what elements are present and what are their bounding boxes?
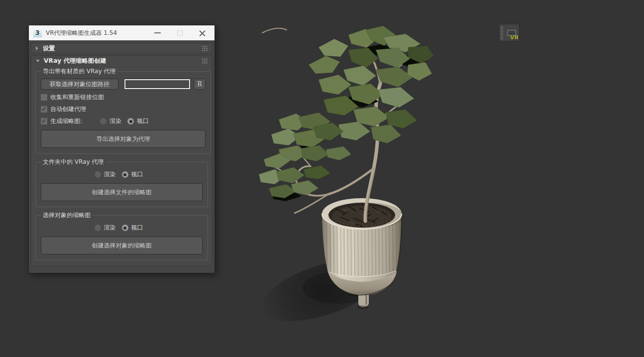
rollout-grip-icon[interactable] bbox=[202, 58, 208, 64]
folder-viewport-radio[interactable] bbox=[122, 171, 128, 178]
export-viewport-radio[interactable] bbox=[127, 118, 134, 124]
rollout-settings-title: 设置 bbox=[43, 44, 55, 53]
rollout-create-title: VRay 代理缩略图创建 bbox=[44, 57, 107, 65]
generate-thumb-checkbox[interactable] bbox=[41, 118, 47, 124]
collect-relink-label[interactable]: 收集和重新链接位图 bbox=[50, 93, 104, 102]
group-object-thumb-title: 选择对象的缩略图 bbox=[41, 211, 93, 220]
export-render-label[interactable]: 渲染 bbox=[109, 117, 121, 125]
bitmap-path-input[interactable] bbox=[124, 79, 190, 89]
dialog-client-area: 设置 VRay 代理缩略图创建 导出带有材质的 VRay 代理 获取选择对象位图… bbox=[29, 40, 215, 273]
reset-path-button[interactable]: R bbox=[194, 79, 206, 90]
plant-foliage bbox=[259, 26, 434, 201]
object-viewport-radio[interactable] bbox=[122, 225, 128, 231]
generate-thumb-label[interactable]: 生成缩略图: bbox=[50, 117, 82, 125]
minimize-button[interactable] bbox=[151, 27, 164, 38]
vr-proxy-tool-button[interactable]: VR bbox=[504, 25, 519, 40]
collect-relink-checkbox[interactable] bbox=[41, 94, 47, 101]
toolbar-drag-grip[interactable] bbox=[500, 26, 504, 40]
folder-render-radio[interactable] bbox=[95, 171, 101, 178]
object-render-radio[interactable] bbox=[95, 225, 101, 231]
close-icon bbox=[199, 30, 206, 36]
chevron-down-icon bbox=[36, 60, 40, 62]
auto-create-checkbox[interactable] bbox=[41, 106, 47, 113]
chevron-right-icon bbox=[36, 46, 38, 50]
group-export-proxy-title: 导出带有材质的 VRay 代理 bbox=[41, 67, 117, 76]
vr-proxy-thumbnail-dialog: 3 VR代理缩略图生成器 1.54 设置 VRay 代理缩略图创建 bbox=[28, 25, 215, 273]
maximize-button[interactable] bbox=[173, 27, 186, 38]
close-button[interactable] bbox=[196, 27, 209, 38]
group-export-proxy: 导出带有材质的 VRay 代理 获取选择对象位图路径 R 收集和重新链接位图 自… bbox=[35, 67, 211, 154]
rollout-create-header[interactable]: VRay 代理缩略图创建 bbox=[31, 56, 212, 66]
export-render-radio[interactable] bbox=[100, 118, 107, 124]
vr-icon-label: VR bbox=[510, 35, 519, 40]
auto-create-label[interactable]: 自动创建代理 bbox=[50, 105, 86, 114]
get-bitmap-path-button[interactable]: 获取选择对象位图路径 bbox=[41, 79, 118, 90]
rollout-settings-header[interactable]: 设置 bbox=[31, 43, 212, 53]
rollout-create: VRay 代理缩略图创建 导出带有材质的 VRay 代理 获取选择对象位图路径 … bbox=[31, 55, 213, 266]
export-viewport-label[interactable]: 视口 bbox=[137, 117, 149, 125]
minimize-icon bbox=[154, 32, 161, 33]
rollout-create-body: 导出带有材质的 VRay 代理 获取选择对象位图路径 R 收集和重新链接位图 自… bbox=[31, 66, 212, 266]
export-selected-button[interactable]: 导出选择对象为代理 bbox=[41, 130, 206, 148]
dialog-title: VR代理缩略图生成器 1.54 bbox=[46, 29, 117, 37]
rollout-grip-icon[interactable] bbox=[202, 45, 208, 51]
3dsmax-app-icon: 3 bbox=[33, 29, 42, 37]
create-object-thumbs-button[interactable]: 创建选择对象的缩略图 bbox=[41, 237, 203, 254]
object-viewport-label[interactable]: 视口 bbox=[131, 224, 143, 232]
group-folder-proxy: 文件夹中的 VRay 代理 渲染 视口 创建选择文件的缩略图 bbox=[35, 158, 208, 207]
folder-render-label[interactable]: 渲染 bbox=[104, 170, 116, 179]
dialog-titlebar[interactable]: 3 VR代理缩略图生成器 1.54 bbox=[29, 25, 215, 40]
maximize-icon bbox=[177, 30, 183, 36]
group-object-thumb: 选择对象的缩略图 渲染 视口 创建选择对象的缩略图 bbox=[35, 211, 208, 260]
group-folder-proxy-title: 文件夹中的 VRay 代理 bbox=[41, 158, 106, 166]
object-render-label[interactable]: 渲染 bbox=[104, 224, 116, 232]
create-file-thumbs-button[interactable]: 创建选择文件的缩略图 bbox=[41, 183, 203, 201]
folder-viewport-label[interactable]: 视口 bbox=[131, 170, 143, 179]
rollout-settings: 设置 bbox=[31, 43, 213, 54]
vr-floating-toolbar: VR bbox=[499, 23, 520, 42]
